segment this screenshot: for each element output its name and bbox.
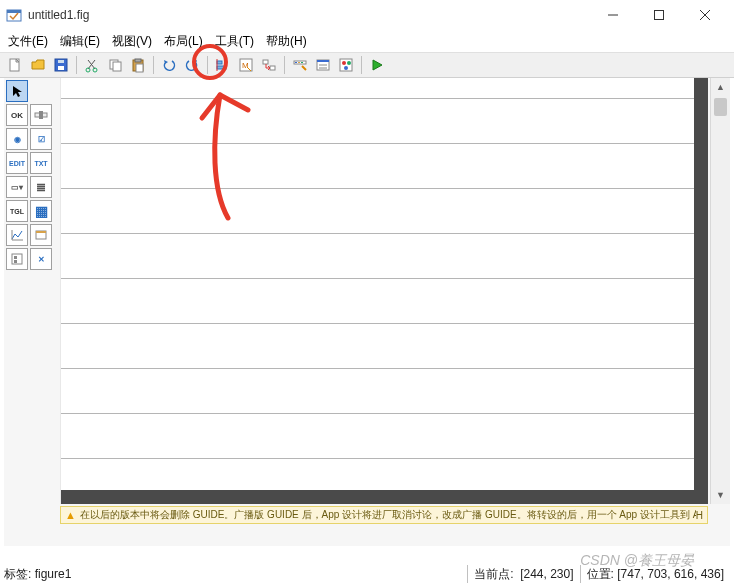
close-button[interactable] <box>682 0 728 30</box>
scroll-thumb[interactable] <box>714 98 727 116</box>
new-file-button[interactable] <box>4 54 26 76</box>
select-tool[interactable] <box>6 80 28 102</box>
main-pane: OK ◉ ☑ EDIT TXT ▭▾ ≣ TGL ▦ ✕ ▲ ▼ ▲ <box>4 78 730 546</box>
svg-rect-45 <box>14 256 17 259</box>
static-text-tool[interactable]: TXT <box>30 152 52 174</box>
popup-menu-tool[interactable]: ▭▾ <box>6 176 28 198</box>
axes-tool[interactable] <box>6 224 28 246</box>
warning-text: 在以后的版本中将会删除 GUIDE。广播版 GUIDE 后，App 设计将进厂取… <box>80 508 696 522</box>
window-title: untitled1.fig <box>28 8 590 22</box>
menu-edit[interactable]: 编辑(E) <box>56 31 104 52</box>
menu-view[interactable]: 视图(V) <box>108 31 156 52</box>
current-point-value: [244, 230] <box>520 567 573 581</box>
menu-help[interactable]: 帮助(H) <box>262 31 311 52</box>
toolbar-editor-button[interactable] <box>289 54 311 76</box>
push-button-tool[interactable]: OK <box>6 104 28 126</box>
svg-point-37 <box>344 66 348 70</box>
component-palette: OK ◉ ☑ EDIT TXT ▭▾ ≣ TGL ▦ ✕ <box>6 80 56 270</box>
table-tool[interactable]: ▦ <box>30 200 52 222</box>
app-icon <box>6 7 22 23</box>
position-label: 位置: <box>587 566 614 583</box>
svg-rect-1 <box>7 10 21 13</box>
position-value: [747, 703, 616, 436] <box>617 567 724 581</box>
radio-button-tool[interactable]: ◉ <box>6 128 28 150</box>
svg-rect-19 <box>217 61 222 64</box>
warning-right-text: H <box>696 510 703 521</box>
svg-rect-9 <box>58 60 64 63</box>
run-button[interactable] <box>366 54 388 76</box>
canvas-edge-right <box>694 78 708 504</box>
undo-button[interactable] <box>158 54 180 76</box>
menu-layout[interactable]: 布局(L) <box>160 31 207 52</box>
slider-tool[interactable] <box>30 104 52 126</box>
svg-rect-8 <box>58 66 64 70</box>
svg-rect-29 <box>301 62 303 63</box>
svg-point-35 <box>342 61 346 65</box>
svg-rect-3 <box>655 11 664 20</box>
svg-rect-43 <box>36 231 46 233</box>
edit-text-tool[interactable]: EDIT <box>6 152 28 174</box>
minimize-button[interactable] <box>590 0 636 30</box>
scroll-down-icon[interactable]: ▼ <box>711 486 730 504</box>
m-editor-button[interactable]: M <box>235 54 257 76</box>
listbox-tool[interactable]: ≣ <box>30 176 52 198</box>
svg-rect-27 <box>295 62 297 63</box>
svg-rect-17 <box>135 59 141 62</box>
canvas-edge-bottom <box>61 490 708 504</box>
panel-tool[interactable] <box>30 224 52 246</box>
paste-button[interactable] <box>127 54 149 76</box>
menu-tools[interactable]: 工具(T) <box>211 31 258 52</box>
menubar: 文件(E) 编辑(E) 视图(V) 布局(L) 工具(T) 帮助(H) <box>0 30 734 52</box>
toolbar: M <box>0 52 734 78</box>
titlebar: untitled1.fig <box>0 0 734 30</box>
toggle-button-tool[interactable]: TGL <box>6 200 28 222</box>
warning-icon: ▲ <box>65 509 76 521</box>
copy-button[interactable] <box>104 54 126 76</box>
button-group-tool[interactable] <box>6 248 28 270</box>
checkbox-tool[interactable]: ☑ <box>30 128 52 150</box>
svg-rect-39 <box>39 111 43 119</box>
maximize-button[interactable] <box>636 0 682 30</box>
svg-point-36 <box>347 61 351 65</box>
svg-rect-15 <box>113 62 121 71</box>
svg-rect-31 <box>317 60 329 62</box>
tag-value: figure1 <box>35 567 72 581</box>
object-browser-button[interactable] <box>335 54 357 76</box>
status-bar: 标签: figure1 当前点: [244, 230] 位置: [747, 70… <box>4 564 730 584</box>
svg-rect-24 <box>263 60 268 64</box>
menu-file[interactable]: 文件(E) <box>4 31 52 52</box>
svg-rect-18 <box>136 64 143 72</box>
tag-label: 标签: <box>4 566 31 583</box>
menu-editor-button[interactable] <box>312 54 334 76</box>
design-canvas[interactable] <box>60 78 708 504</box>
cut-button[interactable] <box>81 54 103 76</box>
redo-button[interactable] <box>181 54 203 76</box>
vertical-scrollbar[interactable]: ▲ ▼ <box>710 78 730 504</box>
warning-bar: ▲ 在以后的版本中将会删除 GUIDE。广播版 GUIDE 后，App 设计将进… <box>60 506 708 524</box>
save-file-button[interactable] <box>50 54 72 76</box>
current-point-label: 当前点: <box>474 566 513 583</box>
activex-tool[interactable]: ✕ <box>30 248 52 270</box>
align-button[interactable] <box>212 54 234 76</box>
svg-rect-28 <box>298 62 300 63</box>
tab-order-button[interactable] <box>258 54 280 76</box>
svg-rect-46 <box>14 260 17 263</box>
svg-rect-25 <box>270 66 275 70</box>
scroll-up-icon[interactable]: ▲ <box>711 78 730 96</box>
open-file-button[interactable] <box>27 54 49 76</box>
svg-rect-20 <box>217 66 226 69</box>
